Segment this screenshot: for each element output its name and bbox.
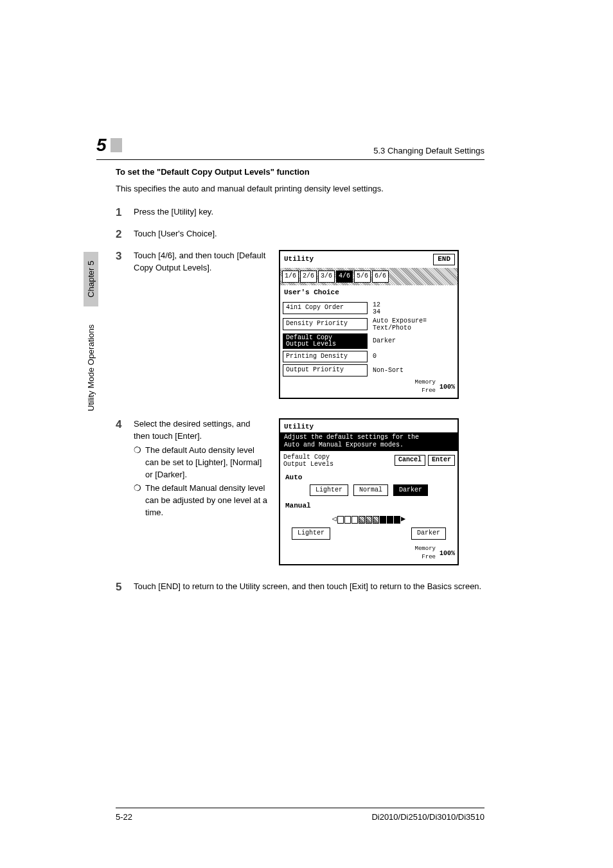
value-top: 12 xyxy=(373,301,380,308)
side-tab: Utility Mode Operations Chapter 5 xyxy=(84,252,98,411)
default-copy-output-levels-button[interactable]: Default Copy Output Levels xyxy=(283,333,368,349)
users-choice-label: User's Choice xyxy=(280,287,458,299)
bullet-icon: ❍ xyxy=(134,445,145,481)
auto-normal-button[interactable]: Normal xyxy=(353,484,388,497)
density-slider[interactable]: ◁ ▶ xyxy=(285,514,452,525)
memory-label: Memory Free xyxy=(415,378,436,395)
content-area: To set the "Default Copy Output Levels" … xyxy=(116,167,484,804)
settings-list: 4in1 Copy Order 12 34 Density Priority A… xyxy=(280,301,458,376)
slider-cell xyxy=(380,516,386,524)
manual-lighter-button[interactable]: Lighter xyxy=(292,527,330,540)
step-text: Touch [END] to return to the Utility scr… xyxy=(134,581,484,594)
bullet-text: The default Manual density level can be … xyxy=(145,483,269,519)
slider-cell xyxy=(344,516,351,524)
sub-bullets: ❍The default Auto density level can be s… xyxy=(134,445,269,518)
sub-bullet-2: ❍The default Manual density level can be… xyxy=(134,483,269,519)
memory-free-row: Memory Free 100% xyxy=(280,378,458,398)
steps-list: 1 Press the [Utility] key. 2 Touch [User… xyxy=(116,206,484,594)
slider-cell xyxy=(373,516,379,524)
step-body: Touch [4/6], and then touch [Default Cop… xyxy=(134,250,484,398)
density-priority-button[interactable]: Density Priority xyxy=(283,318,368,330)
model-list: Di2010/Di2510/Di3010/Di3510 xyxy=(371,812,484,822)
copy-order-value: 12 34 xyxy=(373,301,380,315)
bullet-text: The default Auto density level can be se… xyxy=(145,445,269,481)
dialog-buttons: Cancel Enter xyxy=(395,455,455,466)
chapter-number-box: 5 xyxy=(96,135,122,155)
copy-order-button[interactable]: 4in1 Copy Order xyxy=(283,302,368,314)
row-output-priority: Output Priority Non-Sort xyxy=(283,364,455,376)
figure-default-copy-output-levels: Utility Adjust the default settings for … xyxy=(279,418,459,565)
slider-cell xyxy=(351,516,358,524)
tab-6-6[interactable]: 6/6 xyxy=(372,270,389,283)
figure-top-row: Default Copy Output Levels Cancel Enter xyxy=(280,451,458,470)
end-button[interactable]: END xyxy=(433,254,455,265)
auto-label: Auto xyxy=(285,473,452,483)
page: 5 5.3 Changing Default Settings Utility … xyxy=(0,0,613,868)
auto-buttons: Lighter Normal Darker xyxy=(285,484,452,497)
manual-label: Manual xyxy=(285,501,452,511)
step-1: 1 Press the [Utility] key. xyxy=(116,206,484,219)
cancel-button[interactable]: Cancel xyxy=(395,455,425,466)
step-4: 4 Select the desired settings, and then … xyxy=(116,418,484,565)
page-header: 5 5.3 Changing Default Settings xyxy=(96,135,484,160)
manual-darker-button[interactable]: Darker xyxy=(411,527,446,540)
step-body: Select the desired settings, and then to… xyxy=(134,418,484,565)
section-intro: This specifies the auto and manual defau… xyxy=(116,183,484,195)
page-footer: 5-22 Di2010/Di2510/Di3010/Di3510 xyxy=(116,808,484,822)
memory-label: Memory Free xyxy=(415,545,436,562)
step-2: 2 Touch [User's Choice]. xyxy=(116,228,484,241)
printing-density-value: 0 xyxy=(373,353,377,360)
step-text: Press the [Utility] key. xyxy=(134,206,484,219)
page-tabs: 1/6 2/6 3/6 4/6 5/6 6/6 xyxy=(280,268,458,285)
step-5: 5 Touch [END] to return to the Utility s… xyxy=(116,581,484,594)
output-priority-value: Non-Sort xyxy=(373,367,404,374)
figure-message: Adjust the default settings for the Auto… xyxy=(280,432,458,451)
side-tab-label: Utility Mode Operations xyxy=(86,324,96,411)
page-number: 5-22 xyxy=(116,812,132,822)
tab-1-6[interactable]: 1/6 xyxy=(282,270,299,283)
output-priority-button[interactable]: Output Priority xyxy=(283,364,368,376)
tab-4-6[interactable]: 4/6 xyxy=(336,270,353,283)
step-number: 4 xyxy=(116,418,134,565)
sub-bullet-1: ❍The default Auto density level can be s… xyxy=(134,445,269,481)
step-text: Touch [User's Choice]. xyxy=(134,228,484,241)
density-priority-value: Auto Exposure= Text/Photo xyxy=(373,317,427,332)
triangle-left-icon: ◁ xyxy=(332,514,337,525)
printing-density-button[interactable]: Printing Density xyxy=(283,351,368,363)
step-text: Select the desired settings, and then to… xyxy=(134,418,269,443)
enter-button[interactable]: Enter xyxy=(428,455,455,466)
auto-lighter-button[interactable]: Lighter xyxy=(310,484,348,497)
slider-cell xyxy=(337,516,344,524)
value-bot: Text/Photo xyxy=(373,324,427,332)
row-density-priority: Density Priority Auto Exposure= Text/Pho… xyxy=(283,317,455,332)
memory-value: 100% xyxy=(440,550,455,557)
chapter-number: 5 xyxy=(96,135,109,155)
default-copy-output-levels-value: Darker xyxy=(373,337,396,344)
row-printing-density: Printing Density 0 xyxy=(283,351,455,363)
value-top: Auto Exposure= xyxy=(373,317,427,324)
figure-title: Utility xyxy=(284,254,314,265)
memory-free-row: Memory Free 100% xyxy=(280,545,458,564)
slider-cell xyxy=(387,516,393,524)
auto-group: Auto Lighter Normal Darker xyxy=(280,470,458,499)
tab-5-6[interactable]: 5/6 xyxy=(354,270,371,283)
figure-header: Utility END xyxy=(280,251,458,265)
message-line-1: Adjust the default settings for the xyxy=(284,434,454,442)
figure-utility-users-choice: Utility END 1/6 2/6 3/6 4/6 5/6 6/6 User… xyxy=(279,250,459,398)
side-tab-chapter: Chapter 5 xyxy=(84,252,98,306)
step-text: Touch [4/6], and then touch [Default Cop… xyxy=(134,250,269,274)
slider-cell xyxy=(359,516,365,524)
value-bot: 34 xyxy=(373,308,380,315)
memory-value: 100% xyxy=(440,383,455,390)
tab-2-6[interactable]: 2/6 xyxy=(300,270,317,283)
screen-label: Default Copy Output Levels xyxy=(283,453,334,468)
tab-3-6[interactable]: 3/6 xyxy=(318,270,335,283)
running-title: 5.3 Changing Default Settings xyxy=(373,146,484,155)
chapter-bar-icon xyxy=(111,138,122,152)
step-number: 3 xyxy=(116,250,134,398)
step-number: 2 xyxy=(116,228,134,241)
auto-darker-button[interactable]: Darker xyxy=(393,484,428,497)
step-text-column: Select the desired settings, and then to… xyxy=(134,418,269,520)
step-number: 1 xyxy=(116,206,134,219)
manual-buttons: Lighter Darker xyxy=(285,527,452,542)
